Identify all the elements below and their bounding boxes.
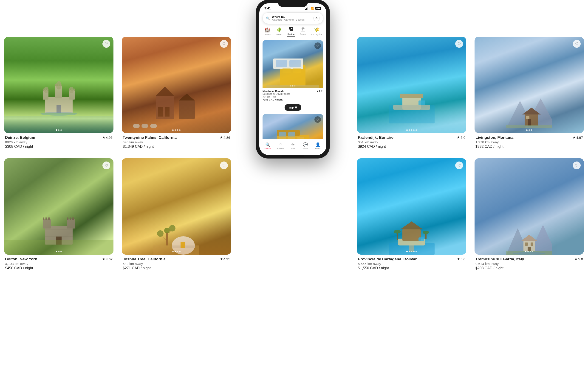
card-rating-cartagena: ★ 5.0 [457, 257, 465, 261]
design-label: Design [288, 33, 294, 35]
map-icon: ⊞ [295, 106, 297, 109]
svg-rect-40 [45, 218, 47, 220]
listing-card-tremosine[interactable]: ♡ Tremosine sul Garda, Italy ★ 5.0 9,614… [470, 158, 588, 278]
search-area[interactable]: 🔍 Where to? Anywhere · Any week · 2 gues… [259, 10, 327, 24]
svg-point-15 [56, 81, 62, 90]
star-icon: ★ [220, 135, 223, 140]
wishlist-btn-twentynine[interactable]: ♡ [220, 40, 228, 48]
listing-card-joshua[interactable]: ♡ Joshua Tree, California ★ 4.95 682 km … [118, 158, 235, 278]
search-box[interactable]: 🔍 Where to? Anywhere · Any week · 2 gues… [262, 12, 323, 24]
card-distance-livingston: 1,278 km away [475, 140, 583, 144]
status-icons: 📶 ■■■ [305, 7, 321, 10]
image-dots-kralendijk [406, 129, 417, 131]
card-price-tremosine: $208 CAD / night [475, 266, 583, 270]
card-info-bolton: Bolton, New York ★ 4.67 4,103 km away $4… [4, 255, 113, 270]
image-dots-tremosine [525, 251, 533, 252]
svg-rect-38 [67, 219, 75, 229]
phone-detail-1b: Jun 1st – 8th [262, 95, 323, 98]
star-icon: ★ [457, 135, 460, 140]
svg-marker-19 [156, 87, 174, 96]
phone-listing-1[interactable]: ♡ Manitoba, Canada ★ 4.88 Designed by Da… [262, 40, 323, 101]
phone-location-1: Manitoba, Canada [262, 90, 284, 92]
wishlist-btn-livingston[interactable]: ♡ [573, 40, 581, 48]
home-indicator [281, 155, 304, 156]
wishlist-btn-deinze[interactable]: ♡ [102, 40, 110, 48]
nav-trips[interactable]: ✈ Trips [287, 142, 299, 150]
svg-rect-41 [48, 218, 50, 220]
desert-icon: 🌵 [276, 27, 282, 33]
castles-label: Castles [264, 33, 271, 35]
listing-card-cartagena[interactable]: ♡ Provincia de Cartagena, Bolívar ★ 5.0 … [353, 158, 470, 278]
card-rating-twentynine: ★ 4.86 [220, 135, 230, 140]
wishlist-btn-cartagena[interactable]: ♡ [455, 161, 463, 169]
card-rating-joshua: ★ 4.95 [220, 257, 230, 261]
card-info-kralendijk: Kralendijk, Bonaire ★ 5.0 051 km away $9… [357, 133, 466, 149]
card-rating-kralendijk: ★ 5.0 [457, 135, 465, 140]
map-button-wrap[interactable]: Map ⊞ [259, 103, 327, 112]
inbox-icon: 💬 [303, 142, 308, 147]
tab-countryside[interactable]: 🌾 Countryside [309, 26, 325, 38]
nav-wishlists[interactable]: ♡ Wishlists [274, 142, 286, 150]
listing-card-twentynine[interactable]: ♡ Twentynine Palms, California ★ 4.86 69… [118, 37, 235, 156]
listing-card-bolton[interactable]: ♡ Bolton, New York ★ 4.67 4,103 km away … [0, 158, 118, 278]
nav-explore[interactable]: 🔍 Explore [261, 142, 274, 150]
listing-image-bolton: ♡ [4, 158, 113, 255]
svg-rect-63 [397, 233, 398, 240]
bottom-nav: 🔍 Explore ♡ Wishlists ✈ Trips 💬 Inbox 👤 [259, 139, 327, 155]
image-dots-bolton [56, 251, 62, 252]
listing-image-deinze: ♡ [4, 37, 113, 133]
card-distance-bolton: 4,103 km away [5, 262, 113, 266]
wishlists-icon: ♡ [279, 142, 282, 147]
map-label: Map [289, 106, 294, 109]
wishlist-btn-kralendijk[interactable]: ♡ [455, 40, 463, 48]
card-info-twentynine: Twentynine Palms, California ★ 4.86 696 … [122, 133, 231, 149]
svg-rect-31 [525, 114, 538, 126]
card-location-livingston: Livingston, Montana [475, 135, 513, 140]
card-price-livingston: $332 CAD / night [475, 145, 583, 149]
phone-listing-image-1: ♡ [262, 40, 323, 88]
card-price-bolton: $450 CAD / night [5, 266, 113, 270]
listing-card-deinze[interactable]: ♡ Deinze, Belgium ★ 4.96 8826 km away $3… [0, 37, 118, 156]
card-location-bolton: Bolton, New York [5, 257, 37, 261]
filter-button[interactable]: ⚙ [313, 15, 320, 21]
card-price-cartagena: $1,550 CAD / night [358, 266, 465, 270]
phone-listing-dots-1 [290, 85, 296, 86]
wishlist-btn-tremosine[interactable]: ♡ [573, 161, 581, 169]
svg-rect-44 [72, 218, 74, 220]
battery-icon: ■■■ [315, 7, 321, 10]
image-dots-deinze [56, 129, 62, 131]
image-dots-livingston [526, 129, 532, 131]
card-rating-tremosine: ★ 5.0 [574, 257, 583, 261]
svg-marker-21 [179, 94, 195, 100]
wishlist-btn-bolton[interactable]: ♡ [102, 161, 110, 169]
profile-label: Profile [315, 148, 320, 150]
svg-rect-74 [530, 243, 533, 246]
nav-inbox[interactable]: 💬 Inbox [299, 142, 312, 150]
phone-wishlist-btn-2[interactable]: ♡ [314, 116, 321, 123]
card-location-kralendijk: Kralendijk, Bonaire [358, 135, 393, 140]
image-dots-joshua [172, 251, 181, 252]
card-distance-tremosine: 9,614 km away [475, 262, 583, 266]
nav-profile[interactable]: 👤 Profile [312, 142, 324, 150]
card-location-joshua: Joshua Tree, California [123, 257, 166, 261]
map-button[interactable]: Map ⊞ [285, 104, 301, 111]
tab-desert[interactable]: 🌵 Desert [273, 26, 285, 38]
svg-point-66 [423, 231, 429, 234]
listing-card-kralendijk[interactable]: ♡ Kralendijk, Bonaire ★ 5.0 051 km away … [353, 37, 470, 156]
tab-castles[interactable]: 🏰 Castles [261, 26, 273, 38]
tab-beach[interactable]: ⛱ Beach [297, 26, 309, 38]
explore-label: Explore [265, 148, 271, 150]
card-distance-joshua: 682 km away [123, 262, 230, 266]
trips-icon: ✈ [291, 142, 295, 147]
card-price-twentynine: $1,349 CAD / night [123, 145, 230, 149]
phone-wishlist-btn-1[interactable]: ♡ [314, 42, 321, 49]
tab-design[interactable]: 🏗 Design [285, 26, 297, 38]
listing-card-livingston[interactable]: ♡ Livingston, Montana ★ 4.97 1,278 km aw… [470, 37, 588, 156]
category-tabs: 🏰 Castles 🌵 Desert 🏗 Design ⛱ Beach [259, 24, 327, 38]
card-price-deinze: $308 CAD / night [5, 145, 113, 149]
star-icon: ★ [102, 257, 105, 261]
card-rating-deinze: ★ 4.96 [102, 135, 113, 140]
wishlist-btn-joshua[interactable]: ♡ [220, 161, 228, 169]
active-tab-indicator [287, 36, 295, 37]
card-info-livingston: Livingston, Montana ★ 4.97 1,278 km away… [475, 133, 584, 149]
